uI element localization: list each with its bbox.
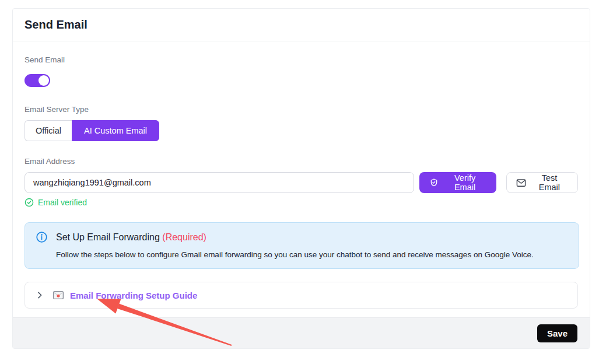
panel-footer: Save <box>13 317 590 348</box>
envelope-icon <box>516 178 526 187</box>
info-circle-icon <box>36 231 48 243</box>
toggle-knob <box>38 75 49 86</box>
info-box-description: Follow the steps below to configure Gmai… <box>56 250 568 259</box>
save-button[interactable]: Save <box>537 324 577 342</box>
server-type-option-ai-custom[interactable]: AI Custom Email <box>72 120 159 141</box>
test-email-label: Test Email <box>531 173 568 192</box>
send-email-panel: Send Email Send Email Email Server Type … <box>12 8 590 349</box>
info-box-title: Set Up Email Forwarding (Required) <box>56 232 206 243</box>
check-circle-icon <box>24 198 34 207</box>
send-email-toggle-label: Send Email <box>24 55 578 64</box>
page-title: Send Email <box>24 18 87 32</box>
verify-email-button[interactable]: Verify Email <box>419 172 496 193</box>
required-note: (Required) <box>162 232 206 242</box>
verify-email-label: Verify Email <box>443 173 486 192</box>
email-forwarding-setup-guide-row[interactable]: Email Forwarding Setup Guide <box>24 282 578 309</box>
test-email-button[interactable]: Test Email <box>506 172 578 193</box>
chevron-right-icon[interactable] <box>35 290 44 300</box>
panel-header: Send Email <box>13 9 590 41</box>
email-address-label: Email Address <box>24 157 578 166</box>
server-type-option-official[interactable]: Official <box>24 120 72 141</box>
server-type-label: Email Server Type <box>24 105 578 114</box>
send-email-toggle[interactable] <box>24 74 50 87</box>
panel-body: Send Email Email Server Type Official AI… <box>13 41 590 309</box>
envelope-seal-icon <box>52 290 64 300</box>
email-verified-text: Email verified <box>38 198 87 207</box>
email-forwarding-info-box: Set Up Email Forwarding (Required) Follo… <box>24 222 579 269</box>
email-forwarding-guide-link[interactable]: Email Forwarding Setup Guide <box>70 290 197 300</box>
email-address-input[interactable] <box>24 172 414 193</box>
email-verified-status: Email verified <box>24 198 578 207</box>
shield-check-icon <box>429 178 439 187</box>
server-type-segmented-control: Official AI Custom Email <box>24 120 159 141</box>
